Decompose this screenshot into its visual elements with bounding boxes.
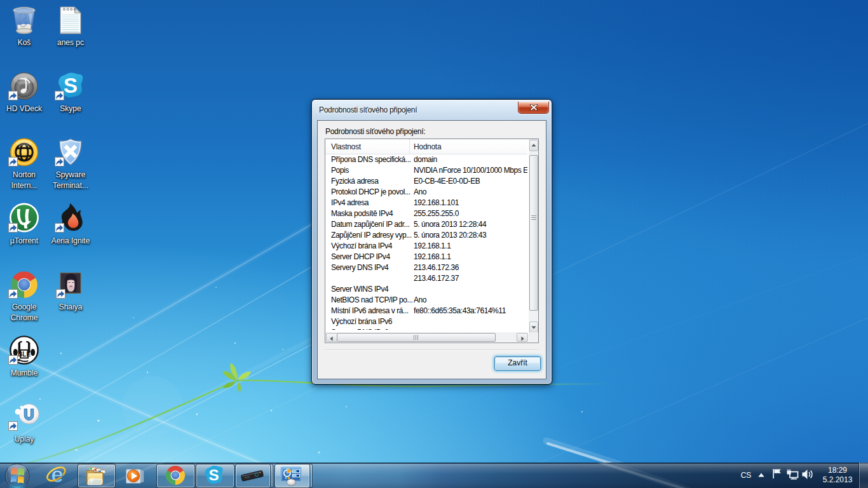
svg-text:S: S [208,466,219,484]
svg-text:BLE: BLE [18,351,31,358]
svg-text:e: e [51,464,63,485]
svg-text:S: S [64,74,78,97]
